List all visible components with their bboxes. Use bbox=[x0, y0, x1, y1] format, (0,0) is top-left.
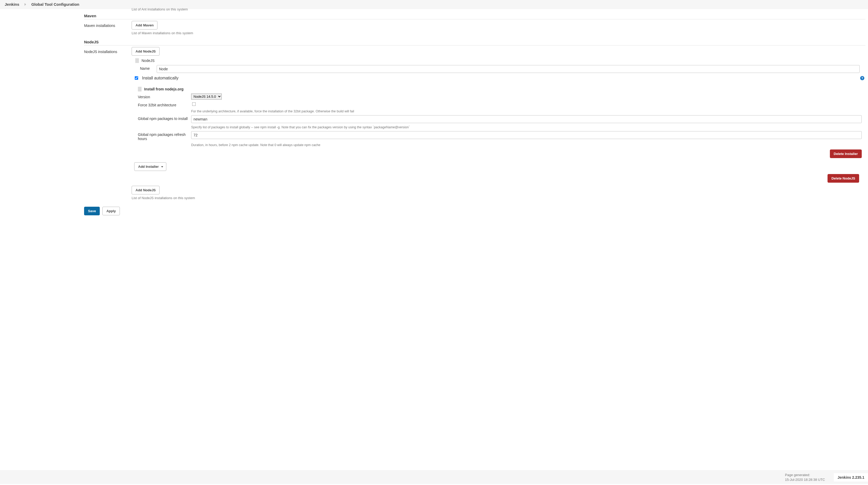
global-npm-packages-label: Global npm packages to install bbox=[138, 115, 191, 121]
drag-handle-icon[interactable] bbox=[135, 58, 139, 63]
npm-refresh-hours-description: Duration, in hours, before 2 npm cache u… bbox=[191, 142, 865, 147]
global-npm-packages-input[interactable] bbox=[191, 115, 862, 123]
save-button[interactable]: Save bbox=[84, 207, 100, 215]
maven-list-description: List of Maven installations on this syst… bbox=[132, 30, 865, 35]
delete-nodejs-button[interactable]: Delete NodeJS bbox=[828, 174, 859, 183]
npm-refresh-hours-label: Global npm packages refresh hours bbox=[138, 131, 191, 141]
breadcrumb-separator-icon bbox=[25, 3, 26, 6]
breadcrumb-root[interactable]: Jenkins bbox=[5, 2, 19, 6]
add-installer-button[interactable]: Add Installer bbox=[134, 162, 166, 171]
drag-handle-icon[interactable] bbox=[138, 87, 142, 91]
nodejs-installations-label: NodeJS installations bbox=[84, 47, 132, 54]
add-maven-button[interactable]: Add Maven bbox=[132, 21, 157, 30]
section-nodejs: NodeJS bbox=[84, 38, 865, 46]
add-nodejs-button-bottom[interactable]: Add NodeJS bbox=[132, 186, 160, 194]
install-automatically-label: Install automatically bbox=[142, 76, 179, 81]
nodejs-name-input[interactable] bbox=[157, 65, 860, 73]
nodejs-block-title: NodeJS bbox=[142, 59, 155, 63]
force-32bit-label: Force 32bit architecture bbox=[138, 102, 191, 107]
force-32bit-checkbox[interactable] bbox=[192, 103, 196, 106]
apply-button[interactable]: Apply bbox=[102, 207, 120, 215]
footer-version[interactable]: Jenkins 2.235.1 bbox=[834, 473, 868, 482]
install-automatically-checkbox[interactable] bbox=[135, 76, 138, 80]
force-32bit-description: For the underlying architecture, if avai… bbox=[191, 108, 865, 113]
ant-list-description: List of Ant installations on this system bbox=[132, 6, 865, 11]
delete-installer-button[interactable]: Delete Installer bbox=[830, 149, 862, 158]
section-maven: Maven bbox=[84, 11, 865, 19]
global-npm-packages-description: Specify list of packages to install glob… bbox=[191, 124, 865, 129]
nodejs-list-description: List of NodeJS installations on this sys… bbox=[132, 194, 865, 200]
footer-generated-label: Page generated: bbox=[785, 473, 825, 478]
footer-generated-timestamp: 15-Jul-2020 18:28:38 UTC bbox=[785, 478, 825, 482]
installer-block-header: Install from nodejs.org bbox=[132, 86, 865, 92]
breadcrumb-page[interactable]: Global Tool Configuration bbox=[31, 2, 80, 6]
version-select[interactable]: NodeJS 14.5.0 bbox=[191, 93, 222, 99]
nodejs-name-label: Name bbox=[140, 65, 157, 70]
npm-refresh-hours-input[interactable] bbox=[191, 131, 862, 139]
maven-installations-label: Maven installations bbox=[84, 21, 132, 28]
installer-title: Install from nodejs.org bbox=[144, 87, 184, 91]
version-label: Version bbox=[138, 93, 191, 99]
add-nodejs-button-top[interactable]: Add NodeJS bbox=[132, 47, 160, 56]
nodejs-block-header: NodeJS bbox=[132, 57, 865, 64]
footer: Page generated: 15-Jul-2020 18:28:38 UTC… bbox=[0, 470, 868, 484]
help-icon[interactable]: ? bbox=[860, 76, 864, 80]
